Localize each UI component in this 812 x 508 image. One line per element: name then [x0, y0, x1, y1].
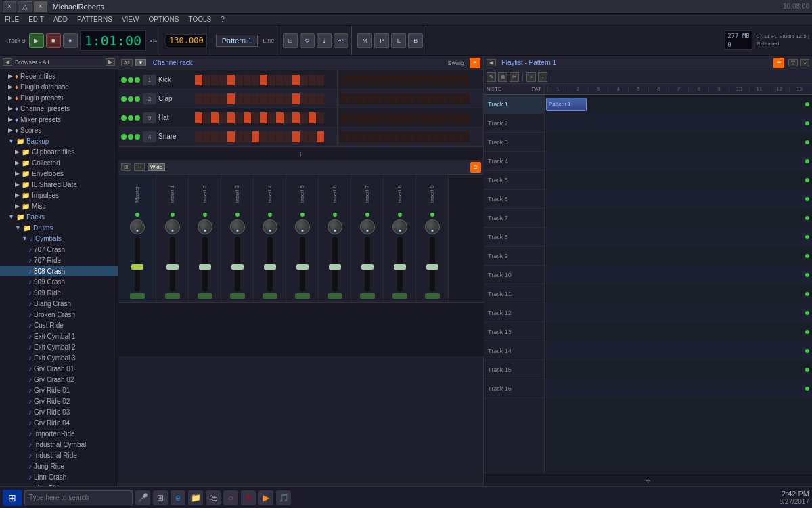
taskbar-search-input[interactable] [24, 490, 133, 505]
playlist-track-label-4[interactable]: Track 4 [484, 152, 544, 171]
channel-pad[interactable] [268, 93, 275, 104]
channel-pad[interactable] [292, 131, 300, 142]
playlist-back-btn[interactable]: ◀ [487, 59, 496, 66]
channel-pad[interactable] [203, 75, 210, 85]
channel-pad[interactable] [437, 131, 445, 142]
channel-control-dot[interactable] [135, 96, 140, 102]
snap-button[interactable]: ⊞ [283, 33, 298, 48]
sidebar-item-industrial-ride[interactable]: ♪Industrial Ride [0, 450, 118, 461]
channel-pad[interactable] [421, 75, 428, 85]
taskbar-icon-store[interactable]: 🛍 [206, 490, 221, 505]
sidebar-item-grv-crash-02[interactable]: ♪Grv Crash 02 [0, 374, 118, 385]
channel-pad[interactable] [356, 93, 363, 104]
sidebar-item-impulses[interactable]: ▶📁Impulses [0, 190, 118, 200]
channel-pad[interactable] [364, 75, 371, 85]
channel-pad[interactable] [445, 75, 453, 85]
channel-pad[interactable] [453, 131, 461, 142]
channel-pad[interactable] [195, 112, 202, 123]
sidebar-item-drums[interactable]: ▼📁Drums [0, 222, 118, 233]
sidebar-item-linn-crash[interactable]: ♪Linn Crash [0, 471, 118, 482]
channel-pad[interactable] [445, 93, 453, 104]
playlist-minimize-btn[interactable]: ▽ [788, 59, 798, 66]
mixer-fader-handle[interactable] [361, 264, 374, 270]
taskbar-icon-chrome[interactable]: ○ [223, 490, 238, 505]
mixer-strip-knob[interactable] [198, 219, 212, 234]
sidebar-item-plugin-presets[interactable]: ▶♦Plugin presets [0, 92, 118, 103]
sidebar-item-collected[interactable]: ▶📁Collected [0, 157, 118, 168]
channel-pad[interactable] [421, 131, 428, 142]
cr-selected-btn[interactable]: ▼ [135, 59, 146, 66]
mixer-btn2[interactable]: ↔ [134, 163, 145, 171]
channel-pad[interactable] [340, 112, 347, 123]
mixer-fader-track[interactable] [170, 237, 175, 291]
mixer-send-button[interactable] [392, 293, 407, 299]
playlist-add-row[interactable]: + [484, 473, 812, 486]
channel-pad[interactable] [388, 131, 396, 142]
channel-pad[interactable] [227, 75, 235, 85]
taskbar-icon-edge[interactable]: e [171, 490, 185, 505]
mixer-strip-knob[interactable] [165, 219, 180, 234]
mixer-btn[interactable]: M [357, 33, 372, 48]
sidebar-item-channel-presets[interactable]: ▶♦Channel presets [0, 103, 118, 114]
channel-pad[interactable] [372, 112, 380, 123]
mixer-fader-track[interactable] [397, 237, 403, 291]
channel-pad[interactable] [268, 131, 275, 142]
sidebar-item-jung-ride[interactable]: ♪Jung Ride [0, 461, 118, 471]
channel-pad[interactable] [211, 75, 219, 85]
sidebar-item-exit-cymbal-3[interactable]: ♪Exit Cymbal 3 [0, 352, 118, 363]
channel-control-dot[interactable] [121, 77, 127, 83]
channel-pad[interactable] [453, 112, 461, 123]
channel-pad[interactable] [405, 112, 412, 123]
channel-pad[interactable] [380, 112, 388, 123]
channel-pad[interactable] [413, 75, 420, 85]
plt-tool-2[interactable]: ⊗ [498, 72, 508, 82]
playlist-track-label-10[interactable]: Track 10 [484, 266, 544, 284]
channel-control-dot[interactable] [135, 134, 140, 140]
playlist-btn[interactable]: L [391, 33, 406, 48]
tab-restore-btn[interactable]: △ [18, 1, 32, 12]
mixer-wide-btn[interactable]: Wide [148, 163, 165, 171]
channel-pad[interactable] [235, 131, 243, 142]
playlist-track-label-15[interactable]: Track 15 [484, 360, 544, 379]
playlist-track-label-7[interactable]: Track 7 [484, 209, 544, 228]
mixer-fader-handle[interactable] [264, 264, 276, 270]
cr-add-row[interactable]: + [118, 146, 483, 160]
channel-pad[interactable] [284, 131, 292, 142]
channel-pad[interactable] [348, 93, 355, 104]
playlist-row-10[interactable] [545, 266, 812, 284]
channel-pad[interactable] [276, 75, 284, 85]
mixer-strip-knob[interactable] [295, 219, 310, 234]
playlist-row-9[interactable] [545, 247, 812, 266]
sidebar-item-clipboard[interactable]: ▶📁Clipboard files [0, 146, 118, 157]
channel-pad[interactable] [235, 112, 243, 123]
channel-pad[interactable] [397, 131, 404, 142]
mixer-strip-knob[interactable] [328, 219, 342, 234]
channel-pad[interactable] [276, 131, 284, 142]
sidebar-item-exit-cymbal-2[interactable]: ♪Exit Cymbal 2 [0, 341, 118, 352]
menu-options[interactable]: OPTIONS [146, 16, 181, 23]
channel-pad[interactable] [348, 131, 355, 142]
tab-active-btn[interactable]: × [34, 1, 47, 12]
sidebar-forward-btn[interactable]: ▶ [106, 58, 115, 66]
sidebar-item-grv-ride-01[interactable]: ♪Grv Ride 01 [0, 385, 118, 396]
channel-pad[interactable] [397, 112, 404, 123]
channel-pad[interactable] [309, 131, 316, 142]
sidebar-item-misc[interactable]: ▶📁Misc [0, 200, 118, 211]
channel-pad[interactable] [309, 75, 316, 85]
channel-pad[interactable] [461, 112, 469, 123]
sidebar-item-grv-ride-04[interactable]: ♪Grv Ride 04 [0, 417, 118, 428]
mixer-fader-track[interactable] [430, 237, 435, 291]
plt-zoom-out[interactable]: - [538, 72, 547, 82]
channel-pad[interactable] [356, 131, 363, 142]
playlist-row-15[interactable] [545, 360, 812, 379]
bpm-display[interactable]: 130.000 [166, 34, 207, 47]
plt-tool-3[interactable]: ✂ [510, 72, 519, 82]
playlist-row-1[interactable]: Pattern 1 [545, 95, 812, 114]
channel-pad[interactable] [317, 112, 324, 123]
mixer-send-button[interactable] [130, 293, 145, 299]
channel-control-dot[interactable] [128, 96, 133, 102]
channel-pad[interactable] [340, 131, 347, 142]
mixer-fader-handle[interactable] [329, 264, 341, 270]
mixer-strip-knob[interactable] [230, 219, 245, 234]
playlist-toggle-btn[interactable]: ≡ [773, 58, 784, 68]
